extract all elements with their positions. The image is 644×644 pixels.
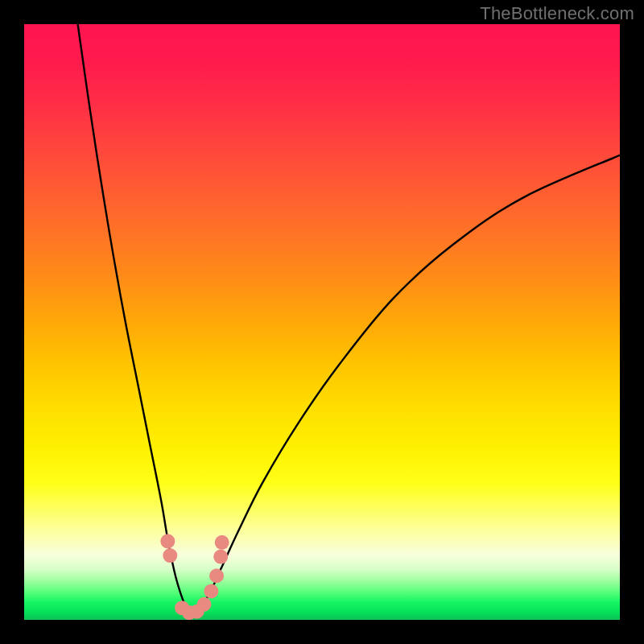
data-marker — [196, 597, 211, 612]
curve-layer — [24, 24, 620, 620]
curve-right-branch — [191, 155, 620, 613]
chart-frame: TheBottleneck.com — [0, 0, 644, 644]
watermark-text: TheBottleneck.com — [480, 3, 634, 24]
data-marker — [163, 548, 177, 563]
curve-left-branch — [78, 24, 192, 613]
data-marker — [213, 550, 228, 564]
data-marker — [160, 534, 175, 548]
plot-area — [24, 24, 620, 620]
data-marker — [209, 568, 224, 583]
data-marker — [215, 535, 229, 550]
data-marker — [204, 584, 218, 598]
